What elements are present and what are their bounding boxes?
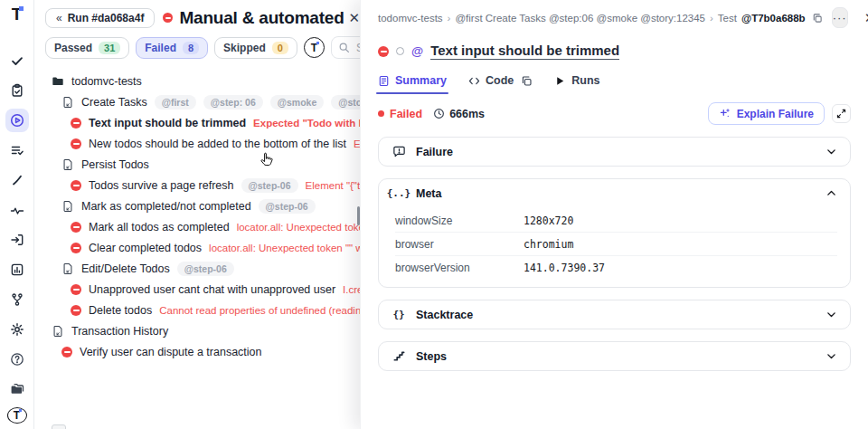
expand-icon	[836, 109, 846, 119]
failed-dot-icon	[378, 110, 384, 117]
pen-line-icon[interactable]	[5, 168, 29, 192]
chart-square-icon[interactable]	[5, 258, 29, 281]
projects-folder-icon[interactable]	[5, 377, 29, 401]
tree-item-suite[interactable]: Create Tasks@first@step: 06@smoke@story:…	[34, 91, 360, 112]
explain-failure-button[interactable]: Explain Failure	[708, 102, 825, 125]
filter-bar: Passed 31 Failed 8 Skipped 0 T	[34, 29, 360, 64]
test-title[interactable]: Text input should be trimmed	[430, 43, 619, 60]
failed-icon	[71, 118, 81, 129]
filter-passed[interactable]: Passed 31	[45, 37, 129, 59]
runs-icon	[554, 75, 566, 87]
run-failed-icon	[163, 13, 173, 23]
clipboard-check-icon[interactable]	[5, 79, 29, 102]
copy-test-id-icon[interactable]	[812, 13, 823, 24]
tree-item-suite[interactable]: Mark as completed/not completed@step-06	[34, 195, 360, 216]
gear-icon[interactable]	[5, 318, 29, 341]
user-avatar[interactable]: T	[304, 37, 325, 58]
chevron-down-icon	[826, 146, 837, 157]
tree-item-suite[interactable]: Persist Todos	[34, 154, 360, 175]
tree-item-test[interactable]: Todos survive a page refresh@step-06Elem…	[34, 175, 360, 195]
status-label: Failed	[390, 108, 422, 120]
icon-sidebar: T	[0, 0, 34, 429]
tab-summary[interactable]: Summary	[378, 74, 447, 87]
clock-icon	[433, 108, 445, 119]
back-to-run-button[interactable]: « Run #da068a4f	[45, 8, 155, 28]
tree-item-folder[interactable]: todomvc-tests	[34, 71, 360, 91]
file-icon	[52, 325, 64, 338]
breadcrumb-separator: ›	[710, 13, 713, 24]
detail-close-icon[interactable]: ✕	[864, 10, 868, 26]
play-circle-icon[interactable]	[5, 109, 29, 132]
tree-item-label: Delete todos	[89, 304, 152, 317]
tree-item-label: Clear completed todos	[89, 242, 202, 254]
meta-body: windowSize 1280x720 browser chromium bro…	[379, 207, 850, 287]
tree-item-label: Todos survive a page refresh	[89, 179, 234, 192]
error-message: Expected "secon	[354, 138, 360, 149]
breadcrumb-suite[interactable]: @first Create Tasks @step:06 @smoke @sto…	[455, 13, 705, 24]
error-message: Element "{"type":"xpath","outp	[306, 180, 360, 191]
pulse-icon[interactable]	[5, 198, 29, 222]
run-id-label: Run #da068a4f	[68, 12, 145, 24]
tree-item-test[interactable]: Unapproved user cant chat with unapprove…	[34, 279, 360, 300]
search-icon	[338, 42, 350, 53]
failed-icon	[71, 284, 81, 295]
tree-item-test[interactable]: Clear completed todoslocator.all: Unexpe…	[34, 237, 360, 258]
meta-row: browserVersion 141.0.7390.37	[395, 256, 837, 280]
meta-section-header[interactable]: {..} Meta	[379, 179, 850, 207]
error-message: locator.all: Unexpected token "" while p…	[209, 243, 360, 253]
tree-item-suite[interactable]: Transaction History	[34, 320, 360, 341]
stacktrace-section-header[interactable]: {} Stacktrace	[379, 300, 850, 329]
meta-key: browser	[395, 238, 524, 251]
tree-item-test[interactable]: Mark all todos as completedlocator.all: …	[34, 216, 360, 237]
help-icon[interactable]	[5, 348, 29, 371]
tab-code[interactable]: Code	[468, 74, 533, 87]
steps-section: Steps	[378, 341, 851, 371]
tree-item-label: todomvc-tests	[71, 75, 142, 88]
box-arrow-in-icon[interactable]	[5, 228, 29, 252]
file-icon	[61, 200, 74, 213]
list-check-icon[interactable]	[5, 138, 29, 162]
failure-icon	[392, 145, 406, 158]
more-options-button[interactable]: ···	[832, 7, 848, 28]
section-cards: Failure {..} Meta windowSize	[378, 137, 851, 371]
filter-passed-label: Passed	[54, 42, 92, 54]
git-branch-icon[interactable]	[5, 288, 29, 311]
test-detail-panel: todomvc-tests › @first Create Tasks @ste…	[360, 0, 868, 429]
tag-badge: @story: 12345	[331, 95, 360, 110]
sparkle-icon	[719, 108, 731, 119]
tree-item-test[interactable]: Verify user can dispute a transaction	[34, 341, 360, 362]
tree-item-test[interactable]: New todos should be added to the bottom …	[34, 133, 360, 154]
meta-title: Meta	[416, 187, 441, 200]
filter-failed-count: 8	[183, 42, 199, 54]
failure-title: Failure	[416, 146, 453, 158]
tree-item-test[interactable]: Text input should be trimmedExpected "To…	[34, 112, 360, 133]
tree-item-test[interactable]: Delete todosCannot read properties of un…	[34, 300, 360, 320]
steps-icon	[392, 349, 406, 363]
expand-button[interactable]	[832, 104, 851, 123]
filter-skipped-label: Skipped	[223, 42, 266, 54]
filter-skipped[interactable]: Skipped 0	[214, 37, 297, 59]
tag-badge: @first	[155, 95, 196, 110]
tab-runs[interactable]: Runs	[554, 74, 599, 87]
filter-skipped-count: 0	[272, 42, 288, 54]
check-icon[interactable]	[5, 49, 29, 72]
app-logo-icon[interactable]: T	[12, 5, 23, 23]
file-icon	[61, 96, 74, 109]
tag-badge: @step-06	[241, 178, 298, 193]
breadcrumb-suite-root[interactable]: todomvc-tests	[378, 13, 443, 24]
steps-section-header[interactable]: Steps	[379, 342, 850, 370]
copy-code-icon[interactable]	[521, 75, 533, 87]
chevron-down-icon	[826, 309, 837, 320]
tree-item-suite[interactable]: Edit/Delete Todos@step-06	[34, 258, 360, 279]
meta-icon: {..}	[392, 187, 406, 199]
filter-failed[interactable]: Failed 8	[136, 37, 208, 59]
error-message: Expected "Todo with lots of whitespace a	[253, 118, 360, 129]
partially-scrolled-item	[52, 424, 66, 429]
back-icon: «	[56, 12, 62, 24]
failure-section-header[interactable]: Failure	[379, 138, 850, 166]
profile-logo-icon[interactable]: T	[7, 407, 27, 424]
run-title: Manual & automated test	[179, 8, 346, 28]
run-close-icon[interactable]: ✕	[348, 11, 360, 24]
failed-status-icon	[378, 46, 389, 57]
failed-icon	[71, 222, 81, 233]
